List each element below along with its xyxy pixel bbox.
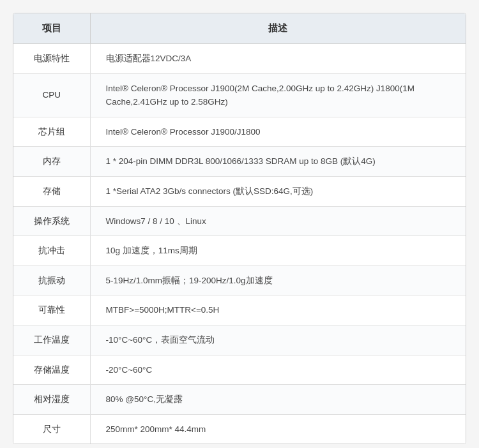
row-desc-value: Intel® Celeron® Processor J1900/J1800 [90,117,466,147]
row-item-label: 工作温度 [13,325,90,355]
table-row: 操作系统Windows7 / 8 / 10 、Linux [13,206,466,236]
specs-table-container: 项目 描述 电源特性电源适配器12VDC/3ACPUIntel® Celeron… [13,13,466,444]
specs-table: 项目 描述 电源特性电源适配器12VDC/3ACPUIntel® Celeron… [13,13,466,444]
row-item-label: 尺寸 [13,414,90,444]
row-item-label: 相对湿度 [13,385,90,415]
row-item-label: 电源特性 [13,44,90,74]
row-item-label: 存储 [13,176,90,206]
table-row: 内存1 * 204-pin DIMM DDR3L 800/1066/1333 S… [13,147,466,177]
row-desc-value: 10g 加速度，11ms周期 [90,236,466,266]
table-row: 电源特性电源适配器12VDC/3A [13,44,466,74]
table-row: 可靠性MTBF>=5000H;MTTR<=0.5H [13,295,466,325]
table-row: CPUIntel® Celeron® Processor J1900(2M Ca… [13,73,466,117]
row-item-label: 可靠性 [13,295,90,325]
table-row: 工作温度-10°C~60°C，表面空气流动 [13,325,466,355]
row-item-label: CPU [13,73,90,117]
table-row: 芯片组Intel® Celeron® Processor J1900/J1800 [13,117,466,147]
table-header-row: 项目 描述 [13,13,466,44]
row-desc-value: Intel® Celeron® Processor J1900(2M Cache… [90,73,466,117]
table-row: 尺寸250mm* 200mm* 44.4mm [13,414,466,444]
row-desc-value: MTBF>=5000H;MTTR<=0.5H [90,295,466,325]
row-desc-value: 250mm* 200mm* 44.4mm [90,414,466,444]
row-item-label: 芯片组 [13,117,90,147]
header-item: 项目 [13,13,90,44]
row-desc-value: 5-19Hz/1.0mm振幅；19-200Hz/1.0g加速度 [90,265,466,295]
row-item-label: 内存 [13,147,90,177]
table-row: 抗振动5-19Hz/1.0mm振幅；19-200Hz/1.0g加速度 [13,265,466,295]
row-desc-value: Windows7 / 8 / 10 、Linux [90,206,466,236]
row-desc-value: 1 * 204-pin DIMM DDR3L 800/1066/1333 SDR… [90,147,466,177]
row-item-label: 抗振动 [13,265,90,295]
row-desc-value: -20°C~60°C [90,355,466,385]
row-desc-value: 电源适配器12VDC/3A [90,44,466,74]
table-row: 抗冲击10g 加速度，11ms周期 [13,236,466,266]
row-desc-value: 1 *Serial ATA2 3Gb/s connectors (默认SSD:6… [90,176,466,206]
header-desc: 描述 [90,13,466,44]
row-desc-value: -10°C~60°C，表面空气流动 [90,325,466,355]
row-item-label: 操作系统 [13,206,90,236]
row-item-label: 存储温度 [13,355,90,385]
table-row: 相对湿度80% @50°C,无凝露 [13,385,466,415]
row-desc-value: 80% @50°C,无凝露 [90,385,466,415]
row-item-label: 抗冲击 [13,236,90,266]
table-row: 存储1 *Serial ATA2 3Gb/s connectors (默认SSD… [13,176,466,206]
table-row: 存储温度-20°C~60°C [13,355,466,385]
